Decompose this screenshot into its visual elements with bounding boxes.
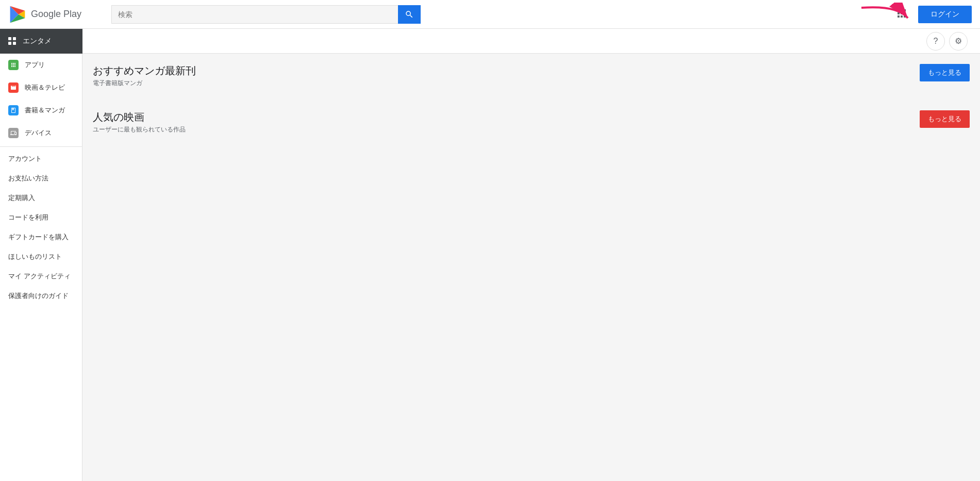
movie-section: 人気の映画 ユーザーに最も観られている作品 もっと見る — [93, 110, 970, 140]
logo-text: Google Play — [31, 9, 81, 20]
settings-button[interactable]: ⚙ — [949, 32, 968, 51]
manga-section-subtitle: 電子書籍版マンガ — [93, 79, 196, 88]
sidebar-item-books[interactable]: 書籍＆マンガ — [0, 99, 82, 122]
movie-section-title: 人気の映画 — [93, 110, 186, 124]
sidebar-item-movies[interactable]: 映画＆テレビ — [0, 76, 82, 99]
apps-label: アプリ — [25, 60, 45, 70]
logo-area: Google Play — [8, 5, 111, 24]
books-nav-icon — [8, 105, 19, 115]
search-input[interactable] — [111, 5, 398, 24]
account-label: アカウント — [8, 154, 42, 163]
header-right: ログイン — [891, 3, 972, 25]
sidebar-account[interactable]: アカウント — [0, 149, 82, 167]
apps-nav-icon — [8, 60, 19, 70]
entame-nav-item[interactable]: エンタメ — [0, 29, 82, 54]
sidebar-divider — [0, 146, 82, 147]
manga-section-title-area: おすすめマンガ最新刊 電子書籍版マンガ — [93, 64, 196, 88]
sidebar-item-apps[interactable]: アプリ — [0, 54, 82, 76]
movie-more-button[interactable]: もっと見る — [920, 110, 970, 128]
google-play-logo-icon — [8, 5, 27, 24]
main-layout: アプリ 映画＆テレビ 書籍＆マンガ デバイス — [0, 54, 980, 167]
subheader-icons: ? ⚙ — [926, 32, 972, 51]
devices-nav-icon — [8, 128, 19, 138]
devices-label: デバイス — [25, 128, 52, 138]
entame-grid-icon — [8, 37, 16, 45]
movie-section-header: 人気の映画 ユーザーに最も観られている作品 もっと見る — [93, 110, 970, 134]
sidebar-item-devices[interactable]: デバイス — [0, 122, 82, 144]
manga-more-button[interactable]: もっと見る — [920, 64, 970, 81]
subheader: エンタメ ? ⚙ — [0, 29, 980, 54]
movie-section-title-area: 人気の映画 ユーザーに最も観られている作品 — [93, 110, 186, 134]
manga-section-header: おすすめマンガ最新刊 電子書籍版マンガ もっと見る — [93, 64, 970, 88]
manga-section: おすすめマンガ最新刊 電子書籍版マンガ もっと見る — [93, 64, 970, 94]
help-button[interactable]: ? — [926, 32, 945, 51]
movie-section-subtitle: ユーザーに最も観られている作品 — [93, 125, 186, 134]
search-button[interactable] — [398, 5, 421, 24]
search-area — [111, 5, 421, 24]
movies-label: 映画＆テレビ — [25, 83, 65, 92]
entame-label: エンタメ — [23, 37, 52, 46]
login-button[interactable]: ログイン — [918, 6, 972, 23]
grid-apps-button[interactable] — [891, 3, 912, 25]
books-label: 書籍＆マンガ — [25, 106, 65, 115]
movies-nav-icon — [8, 82, 19, 93]
manga-section-title: おすすめマンガ最新刊 — [93, 64, 196, 78]
sidebar: アプリ 映画＆テレビ 書籍＆マンガ デバイス — [0, 54, 82, 167]
main-content: おすすめマンガ最新刊 電子書籍版マンガ もっと見る 人気の映画 ユーザーに最も観… — [82, 54, 980, 167]
header: Google Play ログイン — [0, 0, 980, 29]
